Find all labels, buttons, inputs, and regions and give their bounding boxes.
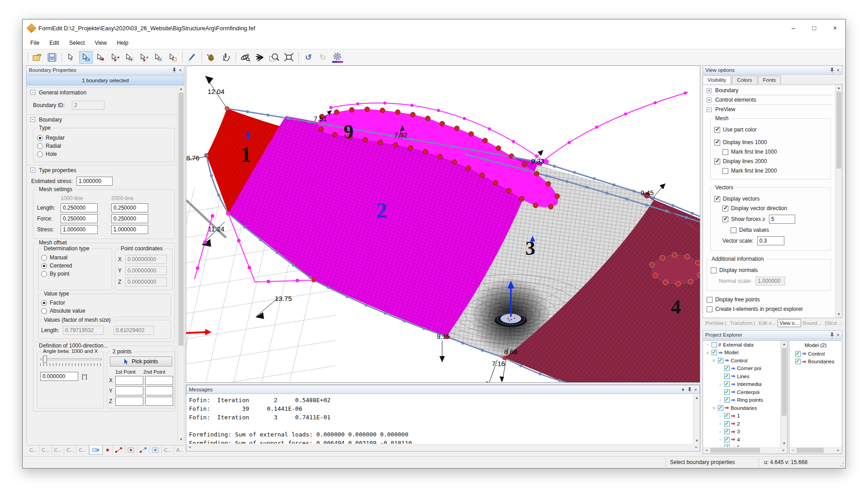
tab-visibility[interactable]: Visibility: [703, 75, 731, 84]
tree-checkbox[interactable]: [795, 359, 801, 364]
right-dock-tab-4[interactable]: Bound...: [801, 319, 823, 327]
radio-hole[interactable]: [37, 151, 43, 157]
project-tree[interactable]: ›#External data∨⇒Model∨⇒Control⇒Corner p…: [703, 340, 788, 454]
menu-help[interactable]: Help: [112, 38, 133, 48]
p1-z-field[interactable]: [115, 397, 143, 406]
tree-checkbox[interactable]: [724, 389, 730, 395]
scroll-down-icon[interactable]: ▼: [178, 436, 184, 443]
pick-points-button[interactable]: Pick points: [110, 357, 172, 366]
select-point-button[interactable]: [94, 51, 107, 64]
messages-log[interactable]: Fofin: Iteration 2 0.5488E+02Fofin: 39 0…: [186, 394, 700, 444]
angle-slider[interactable]: [40, 356, 102, 366]
tree-item-3[interactable]: ›⇒3: [703, 428, 787, 436]
expander-icon[interactable]: ›: [717, 421, 723, 426]
tree-item-4[interactable]: ›⇒4: [703, 436, 787, 444]
dock-tab-text-2[interactable]: C...: [52, 446, 64, 455]
expander-icon[interactable]: ∨: [711, 405, 717, 410]
scroll-up-icon[interactable]: ▲: [178, 85, 184, 92]
section-general-information[interactable]: − General information: [27, 87, 179, 97]
dock-tab-text-11[interactable]: C...: [162, 446, 174, 455]
close-panel-icon[interactable]: ×: [837, 332, 840, 338]
detail-item-control[interactable]: ⇒Control: [789, 350, 842, 358]
menu-file[interactable]: File: [25, 38, 44, 48]
p2-y-field[interactable]: [145, 386, 173, 395]
menu-edit[interactable]: Edit: [44, 38, 64, 48]
tree-checkbox[interactable]: [718, 405, 723, 411]
tree-checkbox[interactable]: [724, 397, 730, 403]
expander-icon[interactable]: ›: [717, 429, 723, 434]
tree-checkbox[interactable]: [724, 421, 730, 427]
tree-item-model[interactable]: ∨⇒Model: [703, 349, 787, 357]
right-dock-tab-5[interactable]: |Strut ...: [823, 319, 844, 327]
dock-tab-text-12[interactable]: A...: [174, 446, 186, 455]
radio-radial[interactable]: [37, 143, 43, 149]
tab-select-rect[interactable]: [89, 446, 103, 455]
cb-mark-first-line-2000[interactable]: [722, 168, 728, 174]
tab-fonts[interactable]: Fonts: [758, 75, 781, 84]
redo-button[interactable]: ↻: [316, 51, 330, 64]
tree-item-centerpoi[interactable]: ⇒Centerpoi: [703, 388, 787, 396]
estimated-stress-field[interactable]: 1.000000: [76, 177, 113, 186]
tree-checkbox[interactable]: [718, 358, 723, 363]
select-rect-button[interactable]: [79, 51, 93, 64]
expander-icon[interactable]: ›: [717, 437, 723, 442]
tree-checkbox[interactable]: [795, 351, 801, 357]
point-y-field[interactable]: 0.00000000: [125, 266, 167, 275]
model-viewport[interactable]: 12.048.767.517.929.339.4511.2413.759.158…: [186, 66, 700, 383]
right-dock-tab-2[interactable]: Edit o...: [757, 319, 777, 327]
save-button[interactable]: [45, 51, 59, 64]
select-cursor-button[interactable]: [65, 51, 78, 64]
point-z-field[interactable]: 0.00000000: [125, 277, 167, 286]
pin-icon[interactable]: [830, 68, 834, 73]
angle-field[interactable]: 0.000000: [40, 372, 78, 381]
tab-point-red[interactable]: [103, 446, 113, 455]
messages-vscroll[interactable]: ▲ ▼: [693, 394, 700, 444]
dock-tab-text-3[interactable]: C...: [64, 446, 76, 455]
boundary-panel-scrollbar[interactable]: ▲ ▼: [177, 85, 184, 443]
select-polyline-button[interactable]: [137, 51, 151, 64]
tree-item-ring-points[interactable]: ›⇒Ring points: [703, 396, 787, 404]
zoom-fit-button[interactable]: [282, 51, 296, 64]
right-dock-tab-1[interactable]: Transform |: [728, 319, 757, 327]
tree-item-external-data[interactable]: ›#External data: [703, 341, 787, 349]
collapse-icon[interactable]: −: [30, 117, 35, 122]
boundary-id-field[interactable]: 2: [72, 101, 104, 110]
vector-scale-field[interactable]: 0.3: [757, 236, 784, 245]
tree-item-corner-poi[interactable]: ⇒Corner poi: [703, 365, 787, 373]
p2-z-field[interactable]: [145, 397, 173, 406]
cb-display-vectors[interactable]: [714, 196, 720, 202]
tree-checkbox[interactable]: [724, 429, 730, 434]
tree-checkbox[interactable]: [712, 342, 717, 347]
detail-item-boundaries[interactable]: ⇒Boundaries: [789, 358, 842, 366]
radio-factor[interactable]: [41, 300, 47, 306]
pin-icon[interactable]: [830, 333, 834, 338]
cb-delta-values[interactable]: [731, 227, 736, 233]
select-square-button[interactable]: [123, 51, 136, 64]
collapse-icon[interactable]: −: [30, 90, 35, 95]
detail-hscroll[interactable]: ◄ ►: [789, 447, 842, 454]
section-preview[interactable]: −PreView: [705, 104, 833, 114]
orbit-rotate-button[interactable]: [239, 51, 252, 64]
tree-item-control[interactable]: ∨⇒Control: [703, 357, 787, 365]
close-panel-icon[interactable]: ×: [837, 67, 840, 73]
section-boundary-vis[interactable]: +Boundary: [705, 85, 833, 95]
close-panel-icon[interactable]: ×: [694, 387, 697, 392]
cb-display-free-points[interactable]: [707, 297, 712, 303]
pin-icon[interactable]: [688, 387, 692, 392]
menu-select[interactable]: Select: [64, 38, 90, 48]
values-length-2-field[interactable]: 0.61029402: [113, 326, 154, 335]
pin-icon[interactable]: [172, 68, 176, 73]
minimize-button[interactable]: –: [783, 19, 804, 37]
cb-mark-first-line-1000[interactable]: [722, 149, 728, 155]
messages-hscroll[interactable]: ◄ ►: [186, 444, 700, 450]
radio-regular[interactable]: [37, 135, 43, 141]
tree-item-boundaries[interactable]: ∨⇒Boundaries: [703, 404, 787, 412]
cb-show-forces[interactable]: [722, 216, 728, 222]
tree-checkbox[interactable]: [724, 381, 730, 387]
undo-button[interactable]: ↺: [302, 51, 315, 64]
settings-gear-button[interactable]: [330, 51, 344, 64]
expander-icon[interactable]: ›: [705, 342, 710, 347]
zoom-window-button[interactable]: [268, 51, 281, 64]
p1-y-field[interactable]: [115, 386, 143, 395]
project-detail-pane[interactable]: Model (2) ⇒Control⇒Boundaries ◄ ►: [789, 340, 842, 454]
